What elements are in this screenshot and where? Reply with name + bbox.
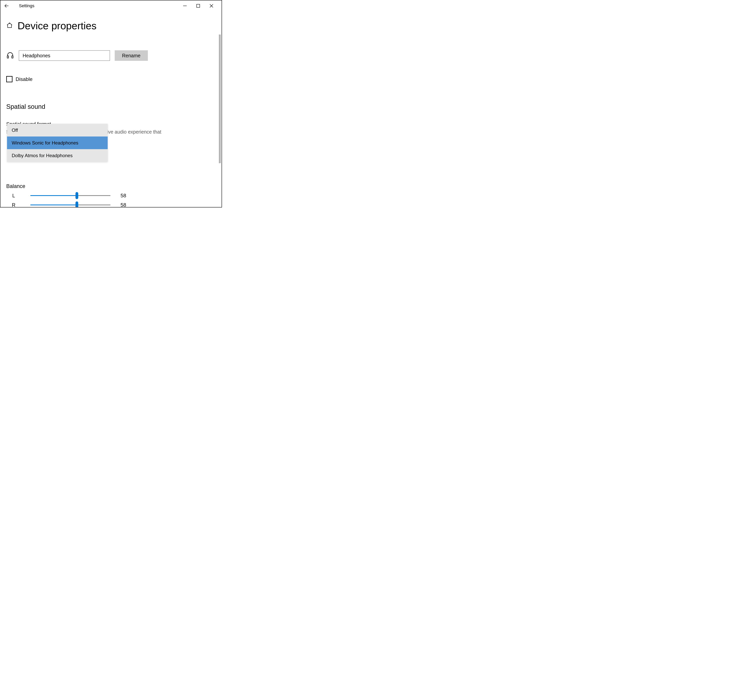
balance-label: Balance bbox=[6, 183, 216, 189]
spatial-sound-heading: Spatial sound bbox=[6, 103, 216, 110]
dropdown-option-windows-sonic[interactable]: Windows Sonic for Headphones bbox=[7, 136, 108, 149]
svg-rect-5 bbox=[7, 56, 9, 58]
back-button[interactable] bbox=[2, 1, 11, 11]
minimize-icon bbox=[183, 4, 187, 8]
disable-label: Disable bbox=[15, 76, 32, 82]
svg-rect-6 bbox=[12, 56, 13, 58]
balance-left-slider[interactable] bbox=[31, 192, 110, 199]
close-icon bbox=[209, 4, 214, 8]
disable-checkbox[interactable] bbox=[6, 76, 12, 82]
home-icon[interactable] bbox=[6, 22, 13, 29]
balance-right-slider[interactable] bbox=[31, 202, 110, 207]
device-name-input[interactable] bbox=[19, 50, 110, 61]
balance-left-value: 58 bbox=[121, 193, 128, 199]
page-title: Device properties bbox=[18, 20, 96, 32]
spatial-format-dropdown[interactable]: Off Windows Sonic for Headphones Dolby A… bbox=[7, 124, 108, 162]
back-arrow-icon bbox=[4, 3, 9, 9]
scrollbar[interactable] bbox=[219, 35, 221, 163]
balance-left-label: L bbox=[10, 193, 17, 198]
balance-right-label: R bbox=[10, 202, 17, 207]
dropdown-option-dolby-atmos[interactable]: Dolby Atmos for Headphones bbox=[7, 149, 108, 162]
window-title: Settings bbox=[19, 3, 35, 8]
svg-rect-2 bbox=[197, 4, 200, 8]
balance-right-value: 58 bbox=[121, 202, 128, 207]
rename-button[interactable]: Rename bbox=[115, 50, 148, 61]
dropdown-option-off[interactable]: Off bbox=[7, 124, 108, 136]
close-button[interactable] bbox=[208, 2, 216, 10]
headphones-icon bbox=[6, 51, 14, 60]
maximize-icon bbox=[196, 4, 200, 8]
minimize-button[interactable] bbox=[181, 2, 189, 10]
maximize-button[interactable] bbox=[194, 2, 202, 10]
